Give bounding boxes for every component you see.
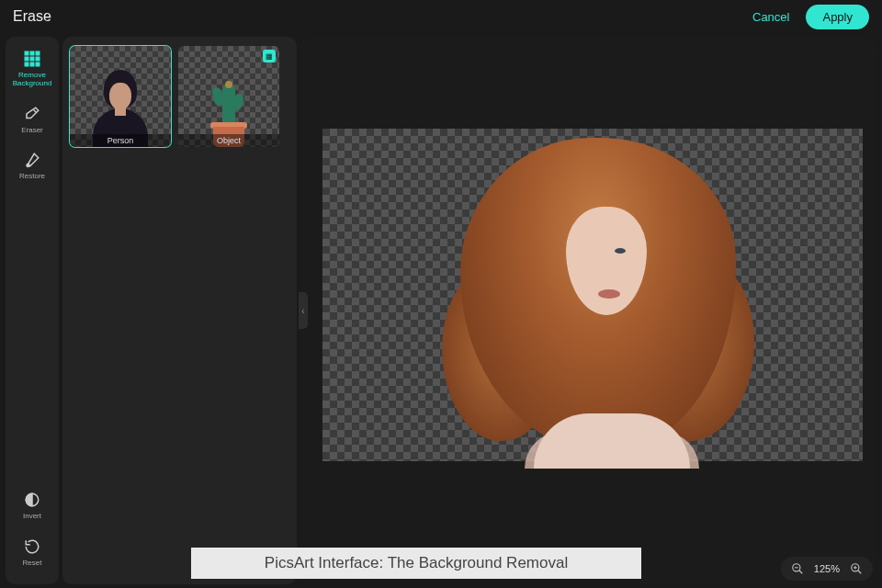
svg-rect-0	[25, 51, 28, 55]
svg-rect-1	[30, 51, 34, 55]
svg-rect-8	[36, 62, 40, 66]
svg-rect-5	[36, 57, 40, 61]
zoom-controls: 125%	[781, 557, 873, 581]
caption-overlay: PicsArt Interface: The Background Remova…	[191, 548, 641, 579]
subject-image	[424, 119, 773, 469]
apply-button[interactable]: Apply	[806, 5, 869, 29]
grid-icon	[23, 50, 41, 68]
tool-eraser[interactable]: Eraser	[21, 105, 43, 135]
zoom-in-button[interactable]	[849, 561, 864, 576]
top-actions: Cancel Apply	[752, 5, 869, 29]
tool-label: Restore	[19, 173, 45, 181]
svg-rect-4	[30, 57, 34, 61]
eraser-icon	[23, 105, 41, 123]
canvas-area: ‹	[300, 37, 876, 584]
tool-label: Invert	[23, 513, 41, 521]
tool-rail: Remove Background Eraser Restore Invert	[6, 37, 59, 584]
option-label: Object	[178, 134, 279, 147]
svg-line-12	[799, 571, 803, 574]
object-thumbnail	[178, 46, 279, 147]
tool-label: Reset	[23, 560, 42, 568]
options-panel: Person ▦ Object	[62, 37, 297, 584]
cancel-button[interactable]: Cancel	[752, 10, 789, 24]
brush-icon	[23, 151, 41, 169]
tool-label: Eraser	[21, 127, 43, 135]
top-bar: Erase Cancel Apply	[0, 0, 882, 33]
person-thumbnail	[70, 46, 171, 147]
zoom-value: 125%	[814, 563, 840, 574]
svg-rect-2	[36, 51, 40, 55]
option-label: Person	[70, 134, 171, 147]
svg-rect-3	[25, 57, 28, 61]
collapse-panel-button[interactable]: ‹	[299, 292, 308, 329]
workspace: Remove Background Eraser Restore Invert	[0, 33, 882, 588]
tool-remove-background[interactable]: Remove Background	[13, 50, 52, 88]
svg-point-9	[27, 164, 29, 167]
tool-label: Remove Background	[13, 72, 52, 88]
panel-title: Erase	[13, 8, 51, 25]
tool-invert[interactable]: Invert	[23, 491, 41, 521]
tool-reset[interactable]: Reset	[23, 537, 42, 568]
invert-icon	[23, 491, 41, 509]
option-object[interactable]: ▦ Object	[178, 46, 279, 147]
zoom-out-button[interactable]	[790, 561, 805, 576]
reset-icon	[23, 537, 41, 556]
preview-canvas[interactable]	[322, 129, 863, 461]
svg-rect-6	[25, 62, 28, 66]
svg-line-15	[858, 571, 862, 574]
option-person[interactable]: Person	[70, 46, 171, 147]
svg-rect-7	[30, 62, 34, 66]
tool-restore[interactable]: Restore	[19, 151, 45, 181]
